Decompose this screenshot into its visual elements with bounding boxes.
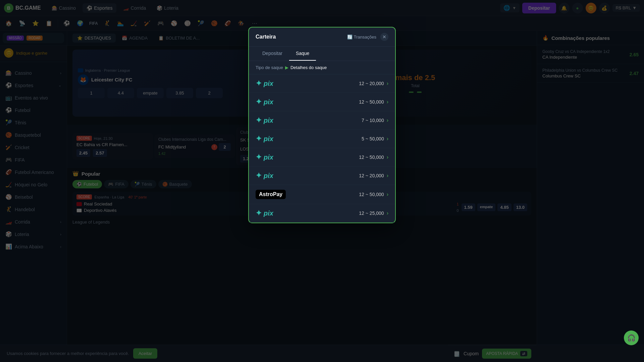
payment-range-6: 12 ~ 20,000 › [359,173,388,179]
payment-range-4: 5 ~ 50,000 › [362,136,388,142]
payment-range-astropay: 12 ~ 50,000 › [359,191,388,197]
modal-actions: 🔄 Transações ✕ [347,33,388,41]
payment-range-2: 12 ~ 50,000 › [359,99,388,105]
modal-title: Carteira [256,34,276,40]
range-arrow-6: › [387,173,388,179]
pix-diamond-5: ✦ [256,153,262,162]
payment-row-3[interactable]: ✦ pix 7 ~ 10,000 › [249,111,395,130]
range-arrow-2: › [387,99,388,105]
pix-diamond-1: ✦ [256,79,262,88]
transactions-link[interactable]: 🔄 Transações [347,35,376,40]
pix-diamond-3: ✦ [256,116,262,125]
pix-logo-6: ✦ pix [256,171,273,180]
pix-diamond-2: ✦ [256,98,262,106]
payment-row-8[interactable]: ✦ pix 12 ~ 25,000 › [249,204,395,223]
tab-depositar[interactable]: Depositar [256,47,289,61]
transactions-icon: 🔄 [347,35,353,40]
pix-logo-5: ✦ pix [256,153,273,162]
range-arrow-4: › [387,136,388,142]
modal-overlay[interactable]: Carteira 🔄 Transações ✕ Depositar Saque … [0,0,644,362]
pix-diamond-4: ✦ [256,134,262,143]
pix-logo-8: ✦ pix [256,209,273,218]
range-arrow-3: › [387,117,388,123]
pix-diamond-6: ✦ [256,171,262,180]
payment-row-astropay[interactable]: AstroPay 12 ~ 50,000 › [249,185,395,204]
payment-range-5: 12 ~ 50,000 › [359,154,388,160]
modal-header: Carteira 🔄 Transações ✕ [249,27,395,47]
range-arrow-astropay: › [387,191,388,197]
breadcrumb-end: Detalhes do saque [290,65,327,70]
tab-saque[interactable]: Saque [289,47,316,61]
pix-logo-2: ✦ pix [256,98,273,106]
range-arrow-5: › [387,154,388,160]
pix-logo-1: ✦ pix [256,79,273,88]
modal-close-button[interactable]: ✕ [380,33,388,41]
modal-breadcrumb: Tipo de saque ▶ Detalhes do saque [249,61,395,74]
payment-row-5[interactable]: ✦ pix 12 ~ 50,000 › [249,148,395,167]
payment-row-2[interactable]: ✦ pix 12 ~ 50,000 › [249,93,395,111]
headphone-icon: 🎧 [627,334,636,342]
payment-range-3: 7 ~ 10,000 › [362,117,388,123]
payment-row-6[interactable]: ✦ pix 12 ~ 20,000 › [249,167,395,185]
pix-logo-4: ✦ pix [256,134,273,143]
pix-logo-3: ✦ pix [256,116,273,125]
modal-tabs: Depositar Saque [249,47,395,61]
payment-row-1[interactable]: ✦ pix 12 ~ 20,000 › [249,74,395,93]
breadcrumb-arrow-icon: ▶ [285,65,288,70]
wallet-modal: Carteira 🔄 Transações ✕ Depositar Saque … [248,27,396,223]
payment-range-1: 12 ~ 20,000 › [359,80,388,86]
range-arrow-1: › [387,80,388,86]
breadcrumb-start: Tipo de saque [256,65,283,70]
payment-list: ✦ pix 12 ~ 20,000 › ✦ pix 12 ~ 50,000 › [249,74,395,223]
astropay-logo: AstroPay [256,190,286,199]
pix-diamond-8: ✦ [256,209,262,218]
chat-float-button[interactable]: 🎧 [624,330,639,345]
payment-row-4[interactable]: ✦ pix 5 ~ 50,000 › [249,130,395,148]
payment-range-8: 12 ~ 25,000 › [359,210,388,216]
range-arrow-8: › [387,210,388,216]
